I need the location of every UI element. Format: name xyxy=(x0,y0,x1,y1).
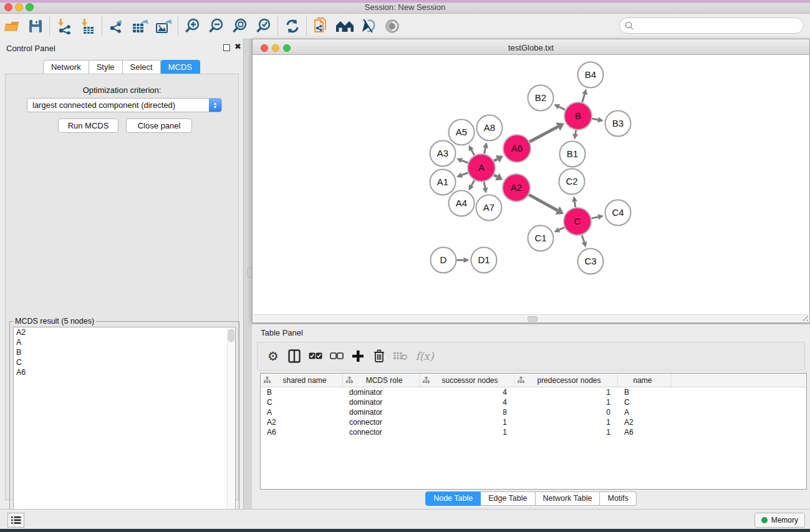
graph-edge-B-B1[interactable] xyxy=(576,130,576,134)
create-column-button[interactable] xyxy=(347,345,369,367)
table-settings-button[interactable]: ⚙ xyxy=(263,345,284,367)
memory-button[interactable]: Memory xyxy=(755,513,805,528)
search-input[interactable] xyxy=(636,21,803,31)
graph-edge-C-C2[interactable] xyxy=(575,201,576,207)
table-row[interactable]: Bdominator41B xyxy=(261,387,806,397)
graph-edge-A-A1[interactable] xyxy=(461,173,468,175)
graph-edge-A-A2[interactable] xyxy=(494,175,497,177)
table-row[interactable]: A2connector11A2 xyxy=(261,417,806,427)
table-cell[interactable]: A xyxy=(618,407,672,417)
table-cell[interactable]: B xyxy=(261,387,343,397)
graph-edge-A-A6[interactable] xyxy=(494,159,498,161)
graph-edge-B-B2[interactable] xyxy=(559,107,565,110)
mcds-result-list[interactable]: A2ABCA6 xyxy=(13,327,236,531)
table-cell[interactable]: dominator xyxy=(343,397,420,407)
run-mcds-button[interactable]: Run MCDS xyxy=(58,118,118,133)
result-item[interactable]: A xyxy=(14,337,235,347)
zoom-in-button[interactable] xyxy=(181,16,205,37)
table-cell[interactable]: C xyxy=(618,397,672,407)
table-cell[interactable]: A xyxy=(261,407,343,417)
graph-edge-A-A3[interactable] xyxy=(461,160,468,163)
refresh-button[interactable] xyxy=(281,16,304,37)
graph-edge-A-A5[interactable] xyxy=(471,150,475,155)
table-cell[interactable]: 1 xyxy=(514,387,618,397)
annotation-toggle-button[interactable] xyxy=(357,16,380,37)
result-item[interactable]: A6 xyxy=(14,367,235,377)
table-cell[interactable]: dominator xyxy=(343,387,420,397)
tab-edge-table[interactable]: Edge Table xyxy=(481,491,535,506)
graph-edge-B-B3[interactable] xyxy=(592,118,598,120)
table-cell[interactable]: 1 xyxy=(514,417,618,427)
result-item[interactable]: A2 xyxy=(14,327,235,337)
table-cell[interactable]: A2 xyxy=(618,417,672,427)
task-history-button[interactable] xyxy=(7,513,24,528)
graph-edge-B-B4[interactable] xyxy=(582,94,585,102)
table-cell[interactable]: 1 xyxy=(420,417,514,427)
optimization-criterion-select[interactable]: largest connected component (directed) ▲… xyxy=(27,98,222,112)
table-cell[interactable]: dominator xyxy=(343,407,420,417)
column-header-name[interactable]: name xyxy=(618,374,672,387)
delete-column-button[interactable] xyxy=(369,345,390,367)
column-header-predecessor-nodes[interactable]: predecessor nodes xyxy=(514,374,618,387)
graph-edge-C-C4[interactable] xyxy=(591,217,598,218)
tab-network[interactable]: Network xyxy=(43,60,89,75)
result-item[interactable]: B xyxy=(14,347,235,357)
search-field[interactable] xyxy=(619,17,804,34)
close-panel-icon[interactable]: ✖ xyxy=(234,42,241,51)
column-header-MCDS-role[interactable]: MCDS role xyxy=(343,374,420,387)
zoom-fit-button[interactable] xyxy=(228,16,252,37)
column-browser-button[interactable] xyxy=(284,345,305,367)
table-row[interactable]: A6connector11A6 xyxy=(261,427,806,437)
graph-edge-C-C3[interactable] xyxy=(582,235,584,242)
table-cell[interactable]: 4 xyxy=(420,397,514,407)
export-image-button[interactable] xyxy=(152,16,176,37)
home-networks-button[interactable] xyxy=(333,16,357,37)
table-cell[interactable]: 1 xyxy=(420,427,514,437)
graph-edge-A6-B[interactable] xyxy=(529,127,557,142)
zoom-out-button[interactable] xyxy=(205,16,228,37)
float-panel-icon[interactable] xyxy=(223,44,230,51)
tab-mcds[interactable]: MCDS xyxy=(161,60,200,75)
table-cell[interactable]: 4 xyxy=(420,387,514,397)
scrollbar-thumb[interactable] xyxy=(528,316,538,322)
network-vertical-scrollbar[interactable] xyxy=(248,56,251,322)
table-cell[interactable]: connector xyxy=(343,427,420,437)
deselect-all-rows-button[interactable] xyxy=(326,345,347,367)
export-table-button[interactable] xyxy=(128,16,152,37)
network-horizontal-scrollbar[interactable] xyxy=(253,314,809,322)
select-all-rows-button[interactable] xyxy=(305,345,326,367)
open-session-button[interactable] xyxy=(0,16,24,37)
graph-edge-A-A7[interactable] xyxy=(484,182,485,188)
table-cell[interactable]: B xyxy=(618,387,672,397)
result-item[interactable]: C xyxy=(14,357,235,367)
column-header-shared-name[interactable]: shared name xyxy=(261,374,343,387)
export-network-button[interactable] xyxy=(105,16,128,37)
import-table-button[interactable] xyxy=(76,16,100,37)
tab-style[interactable]: Style xyxy=(89,60,123,75)
graph-edge-C-C1[interactable] xyxy=(559,228,565,230)
table-cell[interactable]: 1 xyxy=(514,427,618,437)
graph-edge-A-A8[interactable] xyxy=(485,148,486,154)
table-cell[interactable]: 0 xyxy=(514,407,618,417)
tab-node-table[interactable]: Node Table xyxy=(425,491,481,506)
import-network-button[interactable] xyxy=(52,16,76,37)
table-cell[interactable]: connector xyxy=(343,417,420,427)
tab-motifs[interactable]: Motifs xyxy=(600,491,636,506)
tab-network-table[interactable]: Network Table xyxy=(536,491,600,506)
table-cell[interactable]: 8 xyxy=(420,407,514,417)
table-cell[interactable]: A6 xyxy=(261,427,343,437)
close-panel-button[interactable]: Close panel xyxy=(126,118,192,133)
column-header-successor-nodes[interactable]: successor nodes xyxy=(420,374,514,387)
scrollbar-thumb[interactable] xyxy=(228,329,234,342)
save-session-button[interactable] xyxy=(24,16,47,37)
table-cell[interactable]: A6 xyxy=(618,427,672,437)
table-row[interactable]: Cdominator41C xyxy=(261,397,806,407)
graphics-details-button[interactable] xyxy=(380,16,404,37)
graph-edge-A2-C[interactable] xyxy=(529,195,557,210)
result-list-scrollbar[interactable] xyxy=(227,328,234,530)
table-cell[interactable]: 1 xyxy=(514,397,618,407)
graph-edge-A-A4[interactable] xyxy=(471,180,475,186)
network-window-titlebar[interactable]: testGlobe.txt xyxy=(252,39,810,55)
tab-select[interactable]: Select xyxy=(123,60,161,75)
table-cell[interactable]: C xyxy=(261,397,343,407)
